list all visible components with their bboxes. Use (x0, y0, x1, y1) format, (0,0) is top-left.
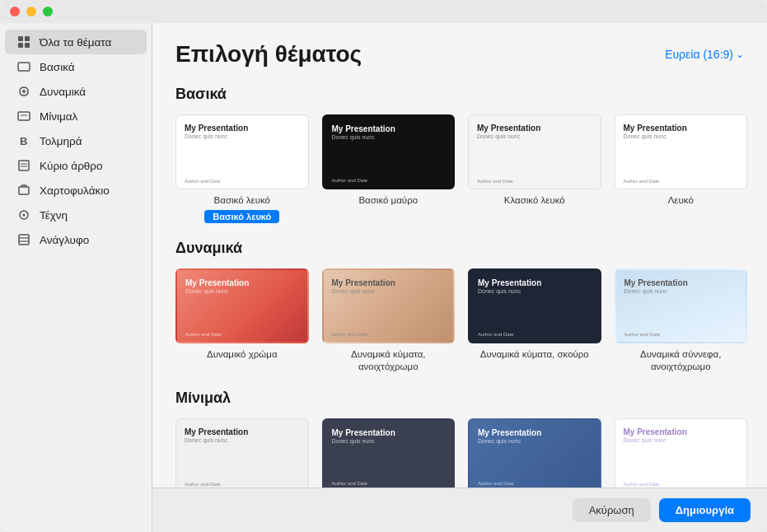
sidebar-label-dynamic: Δυναμικά (40, 86, 86, 98)
create-button[interactable]: Δημιουργία (659, 498, 751, 522)
basic-grid: My Presentation Donec quis nunc Author a… (175, 114, 747, 223)
template-label-dynamic-cloud: Δυναμικά σύννεφα, ανοιχτόχρωμο (615, 348, 748, 373)
aspect-ratio-selector[interactable]: Ευρεία (16:9) ⌄ (665, 48, 744, 61)
chevron-down-icon: ⌄ (736, 49, 744, 60)
sidebar-icon-portfolio (16, 183, 31, 198)
sidebar-item-editorial[interactable]: Κύριο άρθρο (5, 153, 147, 178)
maximize-button[interactable] (43, 7, 53, 16)
section-dynamic-title: Δυναμικά (175, 240, 747, 257)
template-label-white: Λευκό (668, 194, 694, 207)
selected-badge: Βασικό λευκό (204, 210, 279, 223)
minimize-button[interactable] (26, 7, 36, 16)
sidebar-label-all: Όλα τα θέματα (40, 36, 111, 49)
sidebar-label-basic: Βασικά (40, 61, 75, 73)
svg-rect-11 (19, 187, 29, 194)
sidebar-item-portfolio[interactable]: Χαρτοφυλάκιο (5, 178, 147, 203)
dynamic-grid: My Presentation Donec quis nunc Author a… (175, 268, 747, 373)
sidebar-item-basic[interactable]: Βασικά (5, 54, 147, 79)
sidebar-icon-relief (16, 232, 31, 247)
template-label-basic-black: Βασικό μαύρο (358, 194, 418, 207)
sidebar-item-minimal[interactable]: Μίνιμαλ (5, 104, 147, 128)
template-label-dynamic-color: Δυναμικό χρώμα (207, 348, 278, 361)
svg-rect-2 (18, 43, 23, 48)
template-thumb-basic-color[interactable]: My Presentation Donec quis nunc Author a… (468, 418, 601, 488)
cancel-button[interactable]: Ακύρωση (573, 498, 651, 522)
sidebar-icon-minimal (16, 109, 31, 124)
sidebar-icon-dynamic (16, 84, 31, 99)
panel-header: Επιλογή θέματος Ευρεία (16:9) ⌄ (152, 23, 767, 77)
window: Όλα τα θέματα Βασικά Δυναμικά Μίνιμαλ B … (0, 0, 767, 532)
sidebar-label-bold: Τολμηρά (40, 135, 82, 147)
sidebar-label-relief: Ανάγλυφο (40, 234, 89, 246)
template-thumb-basic-black[interactable]: My Presentation Donec quis nunc Author a… (322, 114, 456, 189)
sidebar-item-art[interactable]: Τέχνη (5, 203, 147, 227)
template-label-dynamic-wave-light: Δυναμικά κύματα, ανοιχτόχρωμο (322, 348, 456, 373)
svg-rect-8 (19, 161, 29, 170)
template-thumb-dynamic-wave-dark[interactable]: My Presentation Donec quis nunc Author a… (468, 268, 601, 343)
sidebar-icon-art (16, 208, 31, 222)
panel-scroll: Βασικά My Presentation Donec quis nunc A… (152, 77, 767, 488)
template-item-gradient-light[interactable]: My Presentation Donec quis nunc Author a… (615, 418, 748, 488)
template-label-basic-white: Βασικό λευκό (214, 194, 270, 207)
template-item-dynamic-cloud[interactable]: My Presentation Donec quis nunc Author a… (615, 268, 748, 373)
template-item-basic-black[interactable]: My Presentation Donec quis nunc Author a… (322, 114, 456, 223)
template-thumb-classic-white[interactable]: My Presentation Donec quis nunc Author a… (468, 114, 601, 189)
panel: Επιλογή θέματος Ευρεία (16:9) ⌄ Βασικά M… (152, 23, 767, 532)
sidebar-item-bold[interactable]: B Τολμηρά (5, 128, 147, 153)
svg-rect-3 (25, 43, 30, 48)
template-item-dynamic-wave-dark[interactable]: My Presentation Donec quis nunc Author a… (468, 268, 601, 373)
template-thumb-dynamic-color[interactable]: My Presentation Donec quis nunc Author a… (175, 268, 309, 343)
template-thumb-dynamic-cloud[interactable]: My Presentation Donec quis nunc Author a… (615, 268, 748, 343)
panel-title: Επιλογή θέματος (175, 41, 362, 68)
minimal-grid: My Presentation Donec quis nunc Author a… (175, 418, 747, 488)
sidebar-item-dynamic[interactable]: Δυναμικά (5, 79, 147, 104)
close-button[interactable] (10, 7, 20, 16)
panel-footer: Ακύρωση Δημιουργία (152, 488, 767, 532)
section-minimal: Μίνιμαλ My Presentation Donec quis nunc … (175, 390, 747, 488)
svg-rect-1 (25, 36, 30, 41)
template-thumb-minimal-light[interactable]: My Presentation Donec quis nunc Author a… (175, 418, 309, 488)
template-item-basic-white[interactable]: My Presentation Donec quis nunc Author a… (175, 114, 309, 223)
sidebar-item-relief[interactable]: Ανάγλυφο (5, 227, 147, 252)
svg-point-13 (23, 214, 26, 217)
sidebar-label-art: Τέχνη (40, 209, 68, 222)
sidebar-icon-bold: B (16, 133, 31, 148)
section-minimal-title: Μίνιμαλ (175, 390, 747, 407)
svg-rect-0 (18, 36, 23, 41)
section-dynamic: Δυναμικά My Presentation Donec quis nunc… (175, 240, 747, 373)
sidebar-label-portfolio: Χαρτοφυλάκιο (40, 184, 110, 197)
sidebar-icon-basic (16, 59, 31, 74)
svg-text:B: B (20, 135, 27, 147)
template-thumb-gradient-light[interactable]: My Presentation Donec quis nunc Author a… (615, 418, 748, 488)
sidebar: Όλα τα θέματα Βασικά Δυναμικά Μίνιμαλ B … (0, 23, 152, 532)
template-item-basic-color[interactable]: My Presentation Donec quis nunc Author a… (468, 418, 601, 488)
template-thumb-dynamic-wave-light[interactable]: My Presentation Donec quis nunc Author a… (322, 268, 456, 343)
sidebar-label-minimal: Μίνιμαλ (40, 110, 77, 123)
template-item-minimal-light[interactable]: My Presentation Donec quis nunc Author a… (175, 418, 309, 488)
template-item-dynamic-wave-light[interactable]: My Presentation Donec quis nunc Author a… (322, 268, 456, 373)
sidebar-item-all[interactable]: Όλα τα θέματα (5, 30, 147, 54)
svg-rect-5 (18, 112, 30, 120)
template-thumb-minimal-dark[interactable]: My Presentation Donec quis nunc Author a… (322, 418, 456, 488)
svg-rect-4 (18, 63, 30, 71)
template-item-dynamic-color[interactable]: My Presentation Donec quis nunc Author a… (175, 268, 309, 373)
aspect-ratio-label: Ευρεία (16:9) (665, 48, 733, 61)
template-item-minimal-dark[interactable]: My Presentation Donec quis nunc Author a… (322, 418, 456, 488)
template-thumb-white[interactable]: My Presentation Donec quis nunc Author a… (615, 114, 748, 189)
template-item-white[interactable]: My Presentation Donec quis nunc Author a… (615, 114, 748, 223)
template-thumb-basic-white[interactable]: My Presentation Donec quis nunc Author a… (175, 114, 309, 189)
svg-rect-14 (19, 235, 29, 245)
template-label-classic-white: Κλασικό λευκό (504, 194, 565, 207)
main-content: Όλα τα θέματα Βασικά Δυναμικά Μίνιμαλ B … (0, 23, 767, 532)
sidebar-icon-all (16, 35, 31, 49)
sidebar-icon-editorial (16, 158, 31, 173)
template-label-dynamic-wave-dark: Δυναμικά κύματα, σκούρο (480, 348, 589, 361)
section-basic: Βασικά My Presentation Donec quis nunc A… (175, 86, 747, 223)
section-basic-title: Βασικά (175, 86, 747, 103)
template-item-classic-white[interactable]: My Presentation Donec quis nunc Author a… (468, 114, 601, 223)
sidebar-label-editorial: Κύριο άρθρο (40, 160, 103, 172)
titlebar (0, 0, 767, 23)
